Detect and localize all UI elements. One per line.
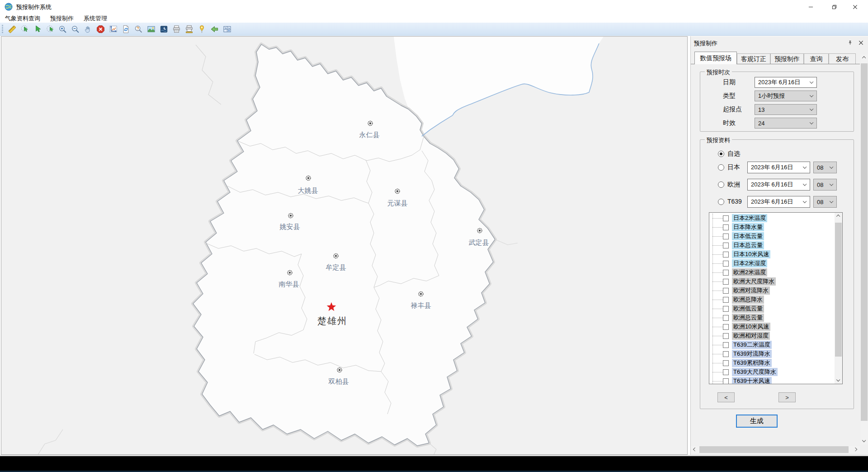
checkbox[interactable] bbox=[723, 279, 729, 285]
print-icon[interactable] bbox=[172, 24, 181, 33]
restore-button[interactable] bbox=[824, 0, 844, 14]
checkbox[interactable] bbox=[723, 378, 729, 384]
source-2-date-dropdown[interactable]: 2023年 6月16日 bbox=[747, 162, 810, 173]
field-row[interactable]: 欧洲低云量 bbox=[709, 304, 835, 313]
checkbox[interactable] bbox=[723, 288, 729, 294]
time-row-4-dropdown[interactable]: 24 bbox=[755, 118, 817, 129]
checkbox[interactable] bbox=[723, 360, 729, 366]
field-row[interactable]: 欧洲2米温度 bbox=[709, 268, 835, 277]
checkbox[interactable] bbox=[723, 324, 729, 330]
map-grid-icon[interactable] bbox=[222, 24, 231, 33]
checkbox[interactable] bbox=[723, 224, 729, 230]
map-canvas[interactable]: 永仁县大姚县元谋县姚安县武定县牟定县南华县禄丰县双柏县 楚雄州 bbox=[1, 36, 688, 455]
pin-icon[interactable] bbox=[846, 39, 854, 46]
minimize-button[interactable] bbox=[800, 0, 821, 14]
checkbox[interactable] bbox=[723, 369, 729, 375]
tab-5[interactable]: 发布 bbox=[829, 53, 856, 64]
chart-axes-icon[interactable] bbox=[108, 24, 118, 33]
tab-3[interactable]: 预报制作 bbox=[770, 53, 804, 64]
scroll-left-button[interactable] bbox=[691, 446, 699, 453]
identify-icon[interactable] bbox=[134, 24, 143, 33]
tab-2[interactable]: 客观订正 bbox=[737, 53, 770, 64]
scroll-up-button[interactable] bbox=[860, 54, 868, 62]
field-row[interactable]: 欧洲总降水 bbox=[709, 295, 835, 304]
panel-close-icon[interactable] bbox=[857, 39, 864, 46]
place-marker-icon[interactable] bbox=[197, 24, 206, 33]
checkbox[interactable] bbox=[723, 351, 729, 357]
checkbox[interactable] bbox=[723, 315, 729, 321]
field-row[interactable]: 日本降水量 bbox=[709, 223, 835, 232]
field-row[interactable]: T639对流降水 bbox=[709, 349, 835, 358]
source-4-hour-dropdown[interactable]: 08 bbox=[813, 196, 837, 208]
menu-item-3[interactable]: 系统管理 bbox=[79, 14, 112, 24]
panel-hscrollbar[interactable] bbox=[691, 446, 860, 453]
checkbox[interactable] bbox=[723, 342, 729, 348]
source-3-hour-dropdown[interactable]: 08 bbox=[813, 179, 837, 191]
prev-button[interactable]: < bbox=[717, 392, 735, 402]
list-scroll-thumb[interactable] bbox=[835, 223, 842, 357]
scroll-up-button[interactable] bbox=[835, 213, 842, 220]
checkbox[interactable] bbox=[723, 306, 729, 312]
field-row[interactable]: 欧洲总云量 bbox=[709, 313, 835, 322]
field-row[interactable]: 日本总云量 bbox=[709, 241, 835, 250]
tab-4[interactable]: 查询 bbox=[804, 53, 829, 64]
time-row-3-dropdown[interactable]: 13 bbox=[755, 104, 817, 115]
pan-icon[interactable] bbox=[83, 24, 92, 33]
source-radio-4[interactable] bbox=[718, 199, 724, 205]
night-image-icon[interactable] bbox=[159, 24, 168, 33]
source-radio-1[interactable] bbox=[718, 151, 724, 157]
time-row-2-dropdown[interactable]: 1小时预报 bbox=[755, 91, 817, 101]
field-row[interactable]: T639累积降水 bbox=[709, 358, 835, 367]
list-scrollbar[interactable] bbox=[835, 213, 842, 384]
field-row[interactable]: 日本2米温度 bbox=[709, 214, 835, 223]
checkbox[interactable] bbox=[723, 297, 729, 303]
image-icon[interactable] bbox=[146, 24, 156, 33]
checkbox[interactable] bbox=[723, 261, 729, 267]
time-row-1-dropdown[interactable]: 2023年 6月16日 bbox=[755, 77, 817, 88]
field-row[interactable]: T639十米风速 bbox=[709, 377, 835, 384]
field-row[interactable]: 欧洲大尺度降水 bbox=[709, 277, 835, 286]
checkbox[interactable] bbox=[723, 234, 729, 239]
source-4-date-dropdown[interactable]: 2023年 6月16日 bbox=[747, 196, 810, 208]
back-icon[interactable] bbox=[210, 24, 219, 33]
source-radio-2[interactable] bbox=[718, 164, 724, 171]
field-row[interactable]: 日本2米湿度 bbox=[709, 259, 835, 268]
source-3-date-dropdown[interactable]: 2023年 6月16日 bbox=[747, 179, 810, 191]
print-setup-icon[interactable] bbox=[184, 24, 193, 33]
scroll-right-button[interactable] bbox=[852, 446, 859, 453]
measure-icon[interactable] bbox=[7, 24, 16, 33]
close-button[interactable] bbox=[844, 0, 865, 14]
hscroll-thumb[interactable] bbox=[699, 446, 849, 453]
scroll-down-button[interactable] bbox=[835, 376, 842, 384]
refresh-doc-icon[interactable] bbox=[121, 24, 130, 33]
source-2-hour-dropdown[interactable]: 08 bbox=[813, 162, 837, 173]
generate-button[interactable]: 生成 bbox=[736, 415, 778, 428]
field-row[interactable]: 欧洲对流降水 bbox=[709, 286, 835, 295]
checkbox[interactable] bbox=[723, 333, 729, 339]
scroll-down-button[interactable] bbox=[860, 437, 868, 444]
field-row[interactable]: 欧洲相对湿度 bbox=[709, 331, 835, 340]
menu-item-1[interactable]: 气象资料查询 bbox=[0, 14, 45, 24]
checkbox[interactable] bbox=[723, 270, 729, 276]
field-row[interactable]: 日本10米风速 bbox=[709, 250, 835, 259]
zoom-out-icon[interactable] bbox=[71, 24, 80, 33]
zoom-in-icon[interactable] bbox=[58, 24, 67, 33]
field-list[interactable]: 日本2米温度日本降水量日本低云量日本总云量日本10米风速日本2米湿度欧洲2米温度… bbox=[709, 212, 843, 384]
checkbox[interactable] bbox=[723, 252, 729, 257]
select-arrow-icon[interactable] bbox=[33, 24, 42, 33]
source-radio-3[interactable] bbox=[718, 181, 724, 188]
zoom-window-icon[interactable] bbox=[45, 24, 54, 33]
vscroll-thumb[interactable] bbox=[861, 63, 868, 421]
select-area-icon[interactable] bbox=[20, 24, 29, 33]
field-row[interactable]: 欧洲10米风速 bbox=[709, 322, 835, 331]
stop-icon[interactable] bbox=[96, 24, 105, 33]
next-button[interactable]: > bbox=[778, 392, 796, 402]
checkbox[interactable] bbox=[723, 215, 729, 221]
checkbox[interactable] bbox=[723, 243, 729, 248]
field-row[interactable]: T639大尺度降水 bbox=[709, 367, 835, 377]
field-row[interactable]: 日本低云量 bbox=[709, 232, 835, 241]
panel-vscrollbar[interactable] bbox=[860, 54, 868, 444]
menu-item-2[interactable]: 预报制作 bbox=[45, 14, 79, 24]
tab-1[interactable]: 数值预报场 bbox=[694, 52, 737, 64]
field-row[interactable]: T639二米温度 bbox=[709, 340, 835, 349]
